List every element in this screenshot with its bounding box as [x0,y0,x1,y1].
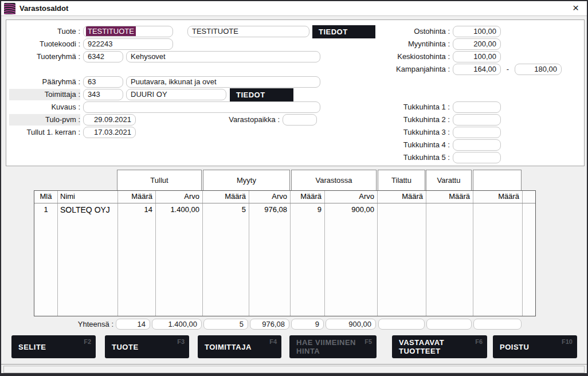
tuotekoodi-input[interactable]: 922243 [83,38,173,50]
tukkuhinta-1-label: Tukkuhinta 1 : [374,101,450,113]
tulopvm-input[interactable]: 29.09.2021 [83,114,136,126]
tuote-fkey: F3 [177,338,185,345]
toimittaja-name-input[interactable]: DUURI OY [126,89,226,100]
tukkuhinta-4-label: Tukkuhinta 4 : [374,139,450,151]
group-header-myyty: Myyty [203,170,290,191]
ostohinta-input[interactable]: 100,00 [453,26,501,37]
cell-nimi: SOLTEQ OYJ [57,204,117,216]
tukkuhinta-2-input[interactable] [453,114,501,126]
product-tiedot-button[interactable]: TIEDOT [312,25,375,38]
tuoteryhma-code-input[interactable]: 6342 [83,51,123,62]
col-header-varastossa-arvo: Arvo [324,191,377,203]
cell-varattu-maara [426,204,473,216]
hae-viimeinen-hinta-fkey: F5 [364,338,372,345]
tukkuhinta-4-input[interactable] [453,139,501,151]
poistu-fkey: F10 [562,338,573,345]
col-header-tilattu-maara: Määrä [377,191,426,203]
col-header-spacer [522,191,536,203]
kampanjahinta-label: Kampanjahinta : [374,64,450,75]
cell-tullut-arvo: 1.400,00 [155,204,202,216]
cell-varastossa-maara: 9 [290,204,324,216]
tullut1-input[interactable]: 17.03.2021 [83,127,136,138]
tukkuhinta-3-input[interactable] [453,127,501,138]
cell-spacer [522,204,536,216]
total-extra-maara [473,319,522,330]
footer-divider [1,364,587,365]
tuoteryhma-label: Tuoteryhmä : [9,51,80,62]
tukkuhinta-3-label: Tukkuhinta 3 : [374,127,450,138]
group-header-tilattu: Tilattu [378,170,425,191]
kuvaus-input[interactable] [83,101,320,113]
group-header-empty [473,170,522,191]
stock-balance-table[interactable]: Mlä Nimi Määrä Arvo Määrä Arvo Määrä Arv… [34,190,536,316]
vastaavat-tuotteet-button-label: VASTAAVAT TUOTTEET [399,338,470,355]
col-header-myyty-arvo: Arvo [249,191,290,203]
tullut1-label: Tullut 1. kerran : [9,127,80,138]
kampanjahinta-min-input[interactable]: 164,00 [453,64,501,75]
cell-extra-maara [473,204,522,216]
table-row[interactable]: 1 SOLTEQ OYJ 14 1.400,00 5 976,08 9 900,… [34,204,535,216]
window-title: Varastosaldot [19,1,68,16]
total-myyty-arvo: 976,08 [250,319,289,330]
keskiostohinta-label: Keskiostohinta : [374,51,450,62]
group-header-tullut: Tullut [117,170,202,191]
col-header-varattu-maara: Määrä [426,191,473,203]
vastaavat-tuotteet-fkey: F6 [475,338,483,345]
total-tullut-arvo: 1.400,00 [152,319,202,330]
cell-myyty-arvo: 976,08 [249,204,290,216]
tuoteryhma-name-input[interactable]: Kehysovet [126,51,320,62]
total-varastossa-maara: 9 [291,319,324,330]
tulopvm-label: Tulo-pvm : [9,114,80,126]
tuote-button-label: TUOTE [112,343,172,351]
selite-fkey: F2 [84,338,91,345]
yhteensa-label: Yhteensä : [58,319,113,330]
kampanjahinta-max-input[interactable]: 180,00 [515,64,562,75]
total-tullut-maara: 14 [116,319,150,330]
table-header-row: Mlä Nimi Määrä Arvo Määrä Arvo Määrä Arv… [34,191,535,203]
tukkuhinta-5-label: Tukkuhinta 5 : [374,152,450,163]
cell-mla: 1 [34,204,57,216]
paaryhma-name-input[interactable]: Puutavara, ikkunat ja ovet [126,76,320,88]
col-header-mla: Mlä [34,191,57,203]
toimittaja-label: Toimittaja : [9,89,80,100]
paaryhma-label: Pääryhmä : [9,76,80,88]
varastopaikka-label: Varastopaikka : [219,114,280,126]
product-code-input[interactable]: TESTITUOTE [83,26,173,37]
group-header-varastossa: Varastossa [291,170,377,191]
cell-varastossa-arvo: 900,00 [324,204,377,216]
vastaavat-tuotteet-button[interactable]: VASTAAVAT TUOTTEET F6 [392,335,487,358]
tuotekoodi-label: Tuotekoodi : [9,38,80,50]
tukkuhinta-1-input[interactable] [453,101,501,113]
hae-viimeinen-hinta-button[interactable]: HAE VIIMEINEN HINTA F5 [289,335,377,358]
tukkuhinta-5-input[interactable] [453,152,501,163]
varastopaikka-input[interactable] [283,114,317,126]
poistu-button[interactable]: POISTU F10 [493,335,577,358]
product-name-input[interactable]: TESTITUOTE [187,26,309,37]
total-myyty-maara: 5 [203,319,248,330]
cell-tullut-maara: 14 [117,204,155,216]
toimittaja-button-label: TOIMITTAJA [205,343,264,351]
total-tilattu-maara [378,319,425,330]
ostohinta-label: Ostohinta : [374,26,450,37]
tuote-label: Tuote : [9,26,80,37]
cell-tilattu-maara [377,204,426,216]
total-varattu-maara [426,319,472,330]
myyntihinta-input[interactable]: 200,00 [453,38,501,50]
col-header-extra-maara: Määrä [473,191,522,203]
kuvaus-label: Kuvaus : [9,101,80,113]
keskiostohinta-input[interactable]: 100,00 [453,51,501,62]
selite-button[interactable]: SELITE F2 [11,335,96,358]
supplier-tiedot-button[interactable]: TIEDOT [230,88,293,101]
cell-myyty-maara: 5 [202,204,249,216]
toimittaja-code-input[interactable]: 343 [83,89,123,100]
selected-text: TESTITUOTE [86,26,136,36]
title-bar: Varastosaldot × [1,1,587,16]
toimittaja-button[interactable]: TOIMITTAJA F4 [198,335,281,358]
hae-viimeinen-hinta-button-label: HAE VIIMEINEN HINTA [296,338,359,355]
kampanjahinta-range-dash: - [503,64,512,75]
col-header-tullut-arvo: Arvo [155,191,202,203]
tuote-button[interactable]: TUOTE F3 [105,335,189,358]
close-icon[interactable]: × [570,1,581,16]
paaryhma-code-input[interactable]: 63 [83,76,123,88]
toimittaja-fkey: F4 [269,338,277,345]
